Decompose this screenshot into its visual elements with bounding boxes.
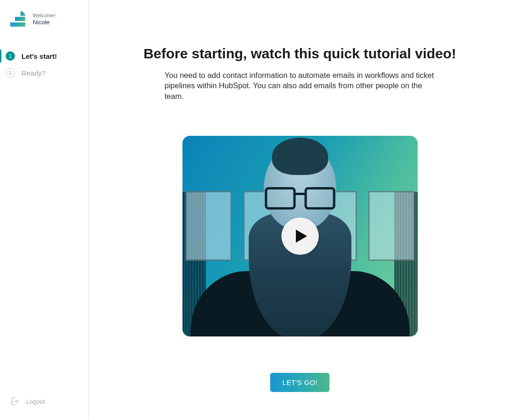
step-number-badge: 2: [6, 68, 15, 77]
welcome-block: Welcome! Nicole: [33, 13, 56, 26]
steps-nav: 1 Let's start! 2 Ready?: [0, 48, 88, 81]
logout-button[interactable]: Logout: [0, 388, 88, 420]
app-logo-icon: [10, 11, 28, 27]
user-name: Nicole: [33, 19, 56, 26]
sidebar: Welcome! Nicole 1 Let's start! 2 Ready? …: [0, 0, 89, 420]
page-subtitle: You need to add contact information to a…: [165, 70, 435, 101]
play-button[interactable]: [281, 217, 319, 255]
svg-rect-0: [15, 17, 25, 21]
lets-go-button[interactable]: LET'S GO!: [270, 373, 329, 392]
play-icon: [295, 229, 308, 244]
tutorial-video[interactable]: [182, 136, 418, 336]
main-content: Before starting, watch this quick tutori…: [89, 0, 511, 420]
step-label: Let's start!: [21, 52, 57, 60]
logout-icon: [10, 397, 20, 406]
step-lets-start[interactable]: 1 Let's start!: [0, 48, 88, 64]
step-number-badge: 1: [6, 51, 15, 61]
welcome-label: Welcome!: [33, 13, 56, 19]
svg-rect-1: [10, 22, 25, 27]
page-heading: Before starting, watch this quick tutori…: [143, 46, 456, 62]
logout-label: Logout: [26, 398, 45, 405]
step-label: Ready?: [21, 69, 46, 77]
sidebar-header: Welcome! Nicole: [0, 0, 88, 35]
step-ready[interactable]: 2 Ready?: [0, 64, 88, 81]
